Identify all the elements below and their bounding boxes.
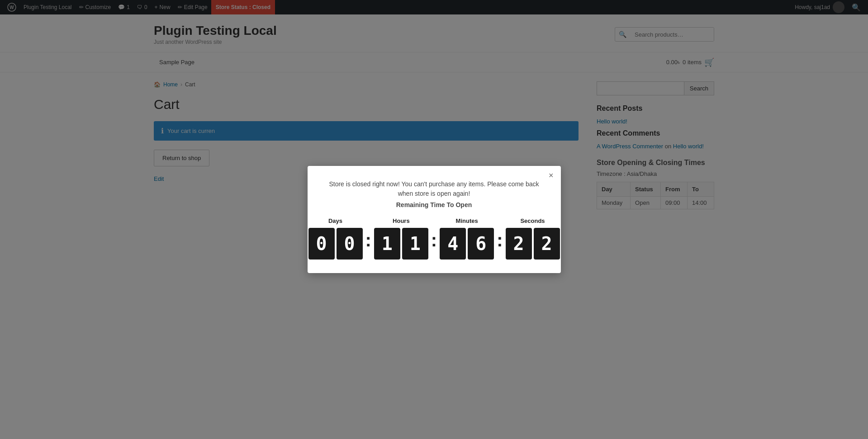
seconds-digits: 2 2 xyxy=(506,228,560,260)
seconds-digit-2: 2 xyxy=(534,228,560,260)
days-label: Days xyxy=(328,217,342,224)
minutes-digit-2: 6 xyxy=(468,228,494,260)
minutes-digits: 4 6 xyxy=(440,228,494,260)
countdown-row: Days 0 0 : Hours 1 1 : Minutes 4 xyxy=(326,217,543,260)
sep-2: : xyxy=(428,230,440,250)
hours-label: Hours xyxy=(393,217,410,224)
hours-digit-1: 1 xyxy=(374,228,400,260)
hours-digit-2: 1 xyxy=(402,228,428,260)
modal-overlay: × Store is closed right now! You can't p… xyxy=(0,0,868,439)
modal-close-button[interactable]: × xyxy=(549,171,554,179)
countdown-hours: Hours 1 1 xyxy=(374,217,428,260)
seconds-label: Seconds xyxy=(520,217,545,224)
countdown-minutes: Minutes 4 6 xyxy=(440,217,494,260)
modal-box: × Store is closed right now! You can't p… xyxy=(308,166,561,273)
modal-subtitle: Remaining Time To Open xyxy=(326,201,543,208)
countdown-seconds: Seconds 2 2 xyxy=(506,217,560,260)
days-digits: 0 0 xyxy=(308,228,363,260)
minutes-label: Minutes xyxy=(456,217,478,224)
hours-digits: 1 1 xyxy=(374,228,428,260)
sep-1: : xyxy=(363,230,374,250)
minutes-digit-1: 4 xyxy=(440,228,466,260)
days-digit-2: 0 xyxy=(337,228,363,260)
sep-3: : xyxy=(494,230,505,250)
days-digit-1: 0 xyxy=(308,228,335,260)
countdown-days: Days 0 0 xyxy=(308,217,363,260)
modal-message: Store is closed right now! You can't pur… xyxy=(326,179,543,198)
seconds-digit-1: 2 xyxy=(506,228,532,260)
